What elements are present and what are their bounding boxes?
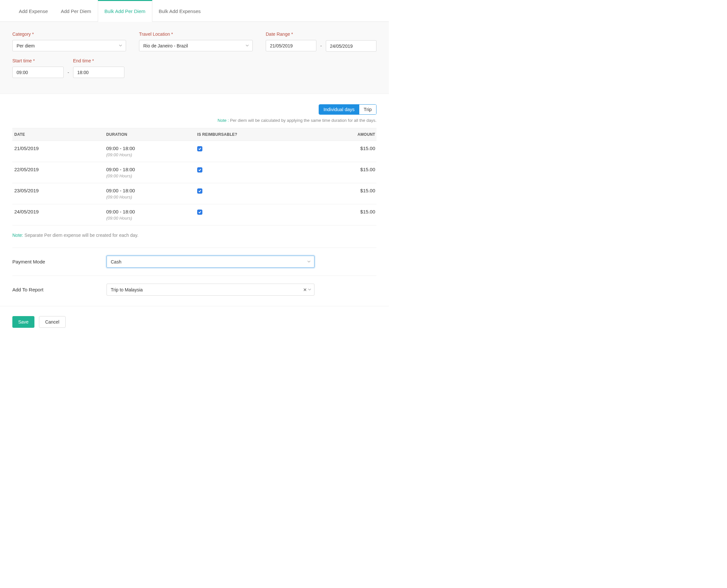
category-value: Per diem (17, 43, 35, 48)
add-to-report-value: Trip to Malaysia (111, 287, 143, 292)
time-separator: - (67, 70, 70, 75)
add-to-report-select[interactable]: Trip to Malaysia ✕ (107, 284, 315, 296)
button-label: Cancel (45, 319, 60, 324)
end-time-value: 18:00 (77, 70, 89, 75)
cell-amount: $15.00 (332, 188, 377, 193)
cell-amount: $15.00 (332, 146, 377, 151)
start-time-label: Start time * (12, 58, 64, 63)
date-range-end-input[interactable]: 24/05/2019 (326, 40, 377, 51)
payment-mode-value: Cash (111, 259, 122, 265)
toggle-label: Individual days (324, 107, 355, 112)
cell-date: 22/05/2019 (12, 167, 104, 172)
table-header: DATE DURATION IS REIMBURSABLE? AMOUNT (12, 128, 377, 141)
per-diem-table: DATE DURATION IS REIMBURSABLE? AMOUNT 21… (12, 128, 377, 226)
chevron-down-icon (245, 43, 249, 48)
cell-hours: (09:00 Hours) (106, 216, 193, 220)
col-amount: AMOUNT (332, 132, 377, 137)
start-time-value: 09:00 (17, 70, 28, 75)
payment-mode-label: Payment Mode (12, 259, 107, 265)
save-button[interactable]: Save (12, 316, 35, 328)
date-range-label: Date Range * (266, 31, 316, 37)
reimbursable-checkbox[interactable] (197, 188, 202, 194)
cell-amount: $15.00 (332, 209, 377, 214)
cell-date: 21/05/2019 (12, 146, 104, 151)
date-range-start-value: 21/05/2019 (270, 43, 293, 48)
table-row: 24/05/2019 09:00 - 18:00 (09:00 Hours) $… (12, 204, 377, 226)
view-toggle: Individual days Trip (319, 104, 377, 115)
cell-amount: $15.00 (332, 167, 377, 172)
start-time-input[interactable]: 09:00 (12, 67, 64, 78)
table-row: 23/05/2019 09:00 - 18:00 (09:00 Hours) $… (12, 183, 377, 204)
end-time-label: End time * (73, 58, 124, 63)
cell-duration: 09:00 - 18:00 (106, 209, 193, 214)
note-label: Note: (12, 233, 23, 238)
tab-add-expense[interactable]: Add Expense (12, 0, 54, 21)
toggle-label: Trip (364, 107, 371, 112)
reimbursable-checkbox[interactable] (197, 167, 202, 172)
note-text: Per diem will be calculated by applying … (230, 118, 377, 123)
category-select[interactable]: Per diem (12, 40, 126, 51)
note-text: Separate Per diem expense will be create… (23, 233, 138, 238)
tab-label: Bulk Add Per Diem (105, 8, 146, 14)
col-duration: DURATION (104, 132, 195, 137)
actions-bar: Save Cancel (0, 306, 389, 338)
category-label: Category * (12, 31, 126, 37)
reimbursable-checkbox[interactable] (197, 146, 202, 151)
button-label: Save (18, 319, 28, 324)
cell-duration: 09:00 - 18:00 (106, 188, 193, 193)
chevron-down-icon (119, 43, 123, 48)
table-row: 22/05/2019 09:00 - 18:00 (09:00 Hours) $… (12, 162, 377, 183)
cell-hours: (09:00 Hours) (106, 195, 193, 200)
date-range-start-input[interactable]: 21/05/2019 (266, 40, 316, 51)
toggle-trip[interactable]: Trip (359, 105, 376, 114)
cell-duration: 09:00 - 18:00 (106, 146, 193, 151)
tab-bulk-add-expenses[interactable]: Bulk Add Expenses (152, 0, 207, 21)
table-row: 21/05/2019 09:00 - 18:00 (09:00 Hours) $… (12, 141, 377, 162)
form-area: Category * Per diem Travel Location * Ri… (0, 22, 389, 94)
travel-location-select[interactable]: Rio de Janeiro - Brazil (139, 40, 253, 51)
cell-duration: 09:00 - 18:00 (106, 167, 193, 172)
tab-add-per-diem[interactable]: Add Per Diem (54, 0, 98, 21)
cell-hours: (09:00 Hours) (106, 152, 193, 157)
cell-date: 23/05/2019 (12, 188, 104, 193)
chevron-down-icon (307, 259, 311, 265)
date-range-end-value: 24/05/2019 (330, 44, 353, 49)
end-time-input[interactable]: 18:00 (73, 67, 124, 78)
reimbursable-checkbox[interactable] (197, 210, 202, 215)
cell-date: 24/05/2019 (12, 209, 104, 214)
col-reimbursable: IS REIMBURSABLE? (195, 132, 332, 137)
travel-location-label: Travel Location * (139, 31, 253, 37)
range-separator: - (320, 43, 323, 48)
tab-bulk-add-per-diem[interactable]: Bulk Add Per Diem (98, 0, 152, 21)
payment-mode-select[interactable]: Cash (107, 256, 315, 268)
tab-label: Add Per Diem (61, 8, 91, 14)
tabs-bar: Add Expense Add Per Diem Bulk Add Per Di… (0, 0, 389, 22)
note-label: Note : (218, 118, 230, 123)
col-date: DATE (12, 132, 104, 137)
chevron-down-icon (307, 287, 312, 292)
note-top: Note : Per diem will be calculated by ap… (12, 118, 377, 123)
cell-hours: (09:00 Hours) (106, 173, 193, 178)
add-to-report-label: Add To Report (12, 287, 107, 292)
tab-label: Bulk Add Expenses (159, 8, 201, 14)
cancel-button[interactable]: Cancel (39, 316, 66, 328)
toggle-individual-days[interactable]: Individual days (319, 105, 359, 114)
note-bottom: Note: Separate Per diem expense will be … (12, 233, 377, 238)
clear-icon[interactable]: ✕ (303, 287, 307, 292)
tab-label: Add Expense (19, 8, 48, 14)
travel-location-value: Rio de Janeiro - Brazil (143, 43, 188, 48)
